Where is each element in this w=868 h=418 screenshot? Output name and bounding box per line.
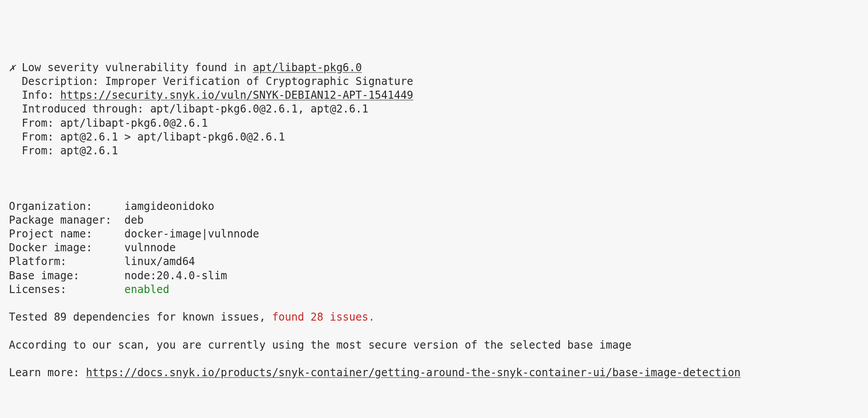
org-value: iamgideonidoko [124, 200, 214, 213]
info-url-link[interactable]: https://security.snyk.io/vuln/SNYK-DEBIA… [60, 89, 414, 101]
docker-image-label: Docker image: [9, 241, 124, 254]
pkg-mgr-label: Package manager: [9, 214, 124, 226]
licenses-label: Licenses: [9, 283, 124, 296]
from-label-2: From: [22, 131, 60, 143]
from-label-1: From: [22, 117, 60, 129]
vuln-marker-icon: ✗ [9, 61, 15, 74]
pkg-mgr-value: deb [124, 214, 143, 226]
learn-more-link[interactable]: https://docs.snyk.io/products/snyk-conta… [86, 366, 741, 379]
description-label: Description: [22, 75, 105, 88]
from-value-2: apt@2.6.1 > apt/libapt-pkg6.0@2.6.1 [60, 131, 285, 143]
base-image-value: node:20.4.0-slim [124, 269, 227, 282]
secure-advice-text: According to our scan, you are currently… [9, 339, 632, 351]
project-name-label: Project name: [9, 228, 124, 240]
introduced-value: apt/libapt-pkg6.0@2.6.1, apt@2.6.1 [150, 103, 368, 115]
from-value-1: apt/libapt-pkg6.0@2.6.1 [60, 117, 208, 129]
licenses-value: enabled [124, 283, 169, 296]
platform-label: Platform: [9, 255, 124, 268]
platform-value: linux/amd64 [124, 255, 195, 268]
org-label: Organization: [9, 200, 124, 213]
project-name-value: docker-image|vulnnode [124, 228, 259, 240]
found-issues-text: found 28 issues. [272, 311, 374, 323]
info-label: Info: [22, 89, 60, 101]
vuln-package-link[interactable]: apt/libapt-pkg6.0 [253, 61, 362, 74]
terminal-output: ✗ Low severity vulnerability found in ap… [9, 61, 859, 380]
tested-summary-prefix: Tested 89 dependencies for known issues, [9, 311, 272, 323]
severity-text: Low severity vulnerability found in [22, 61, 253, 74]
base-image-label: Base image: [9, 269, 124, 282]
docker-image-value: vulnnode [124, 241, 176, 254]
introduced-label: Introduced through: [22, 103, 150, 115]
learn-more-label: Learn more: [9, 366, 86, 379]
from-value-3: apt@2.6.1 [60, 145, 118, 157]
from-label-3: From: [22, 145, 60, 157]
description-value: Improper Verification of Cryptographic S… [105, 75, 414, 88]
